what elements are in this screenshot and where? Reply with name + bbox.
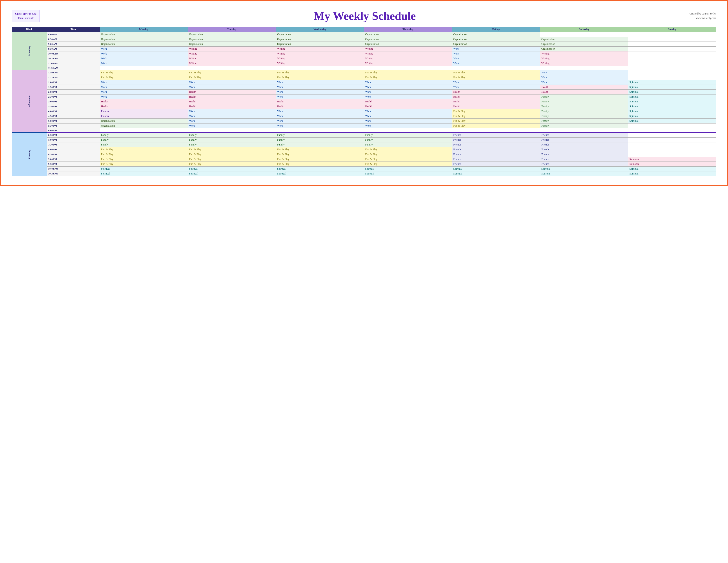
how-to-line2: This Schedule	[18, 16, 34, 20]
activity-cell-monday: Work	[100, 46, 188, 51]
activity-cell-thursday: Health	[364, 99, 452, 104]
activity-cell-sunday	[628, 51, 716, 56]
table-row: Evening6:30 PMFamilyFamilyFamilyFamilyFr…	[12, 133, 716, 138]
activity-cell-wednesday: Work	[276, 94, 364, 99]
col-block: Block	[12, 27, 47, 32]
activity-cell-sunday	[628, 42, 716, 46]
activity-cell-friday: Work	[452, 46, 540, 51]
activity-cell-monday: Organization	[100, 118, 188, 123]
activity-cell-friday: Organization	[452, 32, 540, 37]
activity-cell-wednesday: Health	[276, 104, 364, 109]
activity-cell-saturday: Family	[540, 94, 628, 99]
activity-cell-sunday: Spiritual	[628, 114, 716, 118]
activity-cell-friday: Work	[452, 61, 540, 66]
activity-cell-monday: Work	[100, 89, 188, 94]
activity-cell-saturday	[540, 32, 628, 37]
activity-cell-sunday	[628, 142, 716, 147]
activity-cell-tuesday: Family	[188, 142, 276, 147]
table-row: 4:00 PMFinanceWorkWorkWorkFun & PlayFami…	[12, 109, 716, 114]
activity-cell-sunday	[628, 61, 716, 66]
activity-cell-wednesday: Writing	[276, 61, 364, 66]
activity-cell-tuesday: Work	[188, 118, 276, 123]
activity-cell-friday: Fun & Play	[452, 75, 540, 80]
activity-cell-saturday: Family	[540, 114, 628, 118]
activity-cell-saturday: Writing	[540, 51, 628, 56]
table-row: 5:00 PMOrganizationWorkWorkWorkFun & Pla…	[12, 118, 716, 123]
activity-cell-wednesday: Spiritual	[276, 171, 364, 176]
activity-cell-saturday: Friends	[540, 142, 628, 147]
activity-cell-tuesday: Writing	[188, 46, 276, 51]
col-time: Time	[47, 27, 100, 32]
activity-cell-thursday: Writing	[364, 51, 452, 56]
activity-cell-thursday: Family	[364, 137, 452, 142]
activity-cell-monday: Organization	[100, 42, 188, 46]
activity-cell-monday: Work	[100, 94, 188, 99]
activity-cell-friday: Fun & Play	[452, 118, 540, 123]
activity-cell-friday: Work	[452, 85, 540, 89]
table-row: 10:00 PMSpiritualSpiritualSpiritualSpiri…	[12, 166, 716, 171]
activity-cell-thursday: Work	[364, 89, 452, 94]
time-cell: 7:00 PM	[47, 137, 100, 142]
activity-cell-friday: Work	[452, 51, 540, 56]
table-row: 7:30 PMFamilyFamilyFamilyFamilyFriendsFr…	[12, 142, 716, 147]
table-row: 8:00 PMFun & PlayFun & PlayFun & PlayFun…	[12, 147, 716, 152]
table-row: 9:30 AMWorkWritingWritingWritingWorkOrga…	[12, 46, 716, 51]
activity-cell-wednesday	[276, 128, 364, 133]
activity-cell-thursday: Work	[364, 123, 452, 128]
time-cell: 9:30 PM	[47, 162, 100, 166]
activity-cell-tuesday: Health	[188, 94, 276, 99]
activity-cell-tuesday: Work	[188, 123, 276, 128]
activity-cell-sunday: Romance	[628, 162, 716, 166]
col-tuesday: Tuesday	[188, 27, 276, 32]
col-friday: Friday	[452, 27, 540, 32]
activity-cell-thursday: Work	[364, 109, 452, 114]
activity-cell-saturday: Family	[540, 109, 628, 114]
activity-cell-wednesday: Fun & Play	[276, 70, 364, 75]
activity-cell-friday: Health	[452, 94, 540, 99]
activity-cell-tuesday: Work	[188, 85, 276, 89]
activity-cell-wednesday: Work	[276, 89, 364, 94]
activity-cell-saturday: Family	[540, 99, 628, 104]
activity-cell-thursday: Fun & Play	[364, 75, 452, 80]
activity-cell-saturday: Organization	[540, 46, 628, 51]
activity-cell-wednesday: Fun & Play	[276, 152, 364, 157]
activity-cell-sunday: Spiritual	[628, 104, 716, 109]
activity-cell-tuesday: Fun & Play	[188, 75, 276, 80]
activity-cell-thursday: Work	[364, 94, 452, 99]
time-cell: 4:30 PM	[47, 114, 100, 118]
activity-cell-monday: Work	[100, 61, 188, 66]
col-sunday: Sunday	[628, 27, 716, 32]
time-cell: 2:00 PM	[47, 89, 100, 94]
activity-cell-tuesday	[188, 66, 276, 70]
activity-cell-sunday	[628, 133, 716, 138]
col-saturday: Saturday	[540, 27, 628, 32]
activity-cell-tuesday: Work	[188, 114, 276, 118]
activity-cell-tuesday: Organization	[188, 42, 276, 46]
activity-cell-monday: Spiritual	[100, 171, 188, 176]
activity-cell-saturday: Friends	[540, 133, 628, 138]
activity-cell-saturday: Friends	[540, 137, 628, 142]
activity-cell-tuesday: Health	[188, 104, 276, 109]
activity-cell-thursday: Fun & Play	[364, 147, 452, 152]
activity-cell-wednesday: Organization	[276, 37, 364, 42]
activity-cell-wednesday: Family	[276, 142, 364, 147]
activity-cell-monday: Family	[100, 133, 188, 138]
time-cell: 11:00 AM	[47, 61, 100, 66]
how-to-link-button[interactable]: Click: How to Use This Schedule	[12, 10, 40, 22]
activity-cell-friday: Health	[452, 89, 540, 94]
activity-cell-friday: Organization	[452, 42, 540, 46]
time-cell: 6:30 PM	[47, 133, 100, 138]
table-row: 7:00 PMFamilyFamilyFamilyFamilyFriendsFr…	[12, 137, 716, 142]
table-row: 10:00 AMWorkWritingWritingWritingWorkWri…	[12, 51, 716, 56]
activity-cell-saturday: Health	[540, 85, 628, 89]
activity-cell-thursday: Spiritual	[364, 171, 452, 176]
time-cell: 5:30 PM	[47, 123, 100, 128]
activity-cell-sunday: Spiritual	[628, 80, 716, 85]
activity-cell-thursday: Writing	[364, 46, 452, 51]
time-cell: 10:30 PM	[47, 171, 100, 176]
activity-cell-tuesday: Organization	[188, 37, 276, 42]
activity-cell-sunday: Romance	[628, 157, 716, 162]
activity-cell-friday: Work	[452, 56, 540, 61]
activity-cell-wednesday: Organization	[276, 32, 364, 37]
activity-cell-wednesday: Writing	[276, 51, 364, 56]
